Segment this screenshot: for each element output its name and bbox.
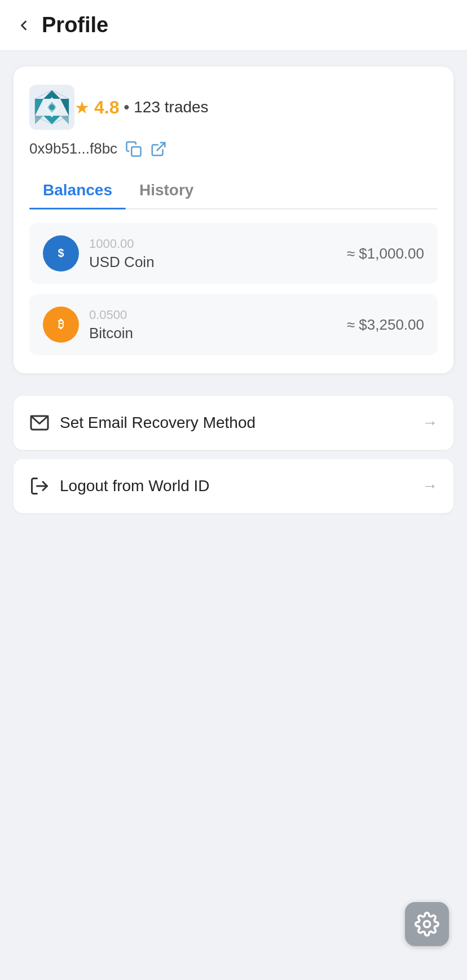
back-button[interactable] [16,18,32,33]
svg-text:$: $ [58,247,64,259]
btc-icon: ₿ [43,307,79,343]
main-content: ★ 4.8 • 123 trades 0x9b51...f8bc [0,51,467,552]
page-title: Profile [42,13,108,37]
trades-count: 123 trades [134,98,208,116]
rating-value: 4.8 [94,97,119,118]
balance-item-btc: ₿ 0.0500 Bitcoin ≈ $3,250.00 [29,294,438,355]
logout-label: Logout from World ID [60,477,422,495]
balances-list: $ 1000.00 USD Coin ≈ $1,000.00 ₿ [29,223,438,355]
logout-arrow: → [422,477,438,495]
btc-details: 0.0500 Bitcoin [89,308,347,342]
btc-raw-amount: 0.0500 [89,308,347,322]
floating-settings-button[interactable] [405,902,449,946]
svg-rect-11 [131,147,140,156]
address-row: 0x9b51...f8bc [29,140,438,158]
rating-row: ★ 4.8 • 123 trades [74,97,209,118]
svg-text:₿: ₿ [58,318,64,330]
profile-top: ★ 4.8 • 123 trades [29,85,438,130]
dot-separator: • [124,98,129,116]
svg-point-19 [424,921,430,928]
star-icon: ★ [74,98,90,117]
usdc-icon: $ [43,235,79,272]
logout-button[interactable]: Logout from World ID → [14,459,453,513]
profile-tabs: Balances History [29,173,438,209]
tab-balances[interactable]: Balances [29,173,126,208]
email-recovery-arrow: → [422,414,438,432]
usdc-details: 1000.00 USD Coin [89,237,347,271]
btc-name: Bitcoin [89,325,347,342]
action-list: Set Email Recovery Method → Logout from … [14,396,453,513]
mail-icon [29,413,50,433]
btc-value: ≈ $3,250.00 [347,316,424,334]
email-recovery-label: Set Email Recovery Method [60,414,422,432]
settings-icon [415,912,439,937]
copy-address-button[interactable] [125,141,142,158]
header: Profile [0,0,467,51]
svg-point-10 [49,104,55,110]
usdc-name: USD Coin [89,253,347,271]
balance-item-usdc: $ 1000.00 USD Coin ≈ $1,000.00 [29,223,438,284]
logout-icon [29,476,50,496]
tab-history[interactable]: History [126,173,207,208]
wallet-address: 0x9b51...f8bc [29,140,117,158]
svg-line-12 [157,142,165,150]
open-external-button[interactable] [150,141,167,158]
email-recovery-button[interactable]: Set Email Recovery Method → [14,396,453,450]
profile-card: ★ 4.8 • 123 trades 0x9b51...f8bc [14,67,453,373]
usdc-raw-amount: 1000.00 [89,237,347,251]
avatar [29,85,74,130]
usdc-value: ≈ $1,000.00 [347,245,424,262]
